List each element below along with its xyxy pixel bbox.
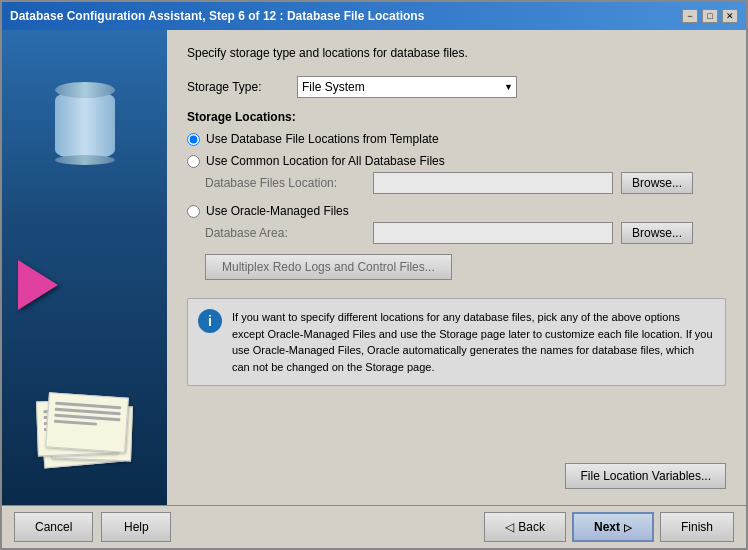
storage-locations-section: Storage Locations: Use Database File Loc… (187, 110, 726, 280)
finish-button[interactable]: Finish (660, 512, 734, 542)
db-files-location-label: Database Files Location: (205, 176, 365, 190)
db-files-location-input[interactable] (373, 172, 613, 194)
main-window: Database Configuration Assistant, Step 6… (0, 0, 748, 550)
back-label: Back (518, 520, 545, 534)
radio-common-label[interactable]: Use Common Location for All Database Fil… (206, 154, 445, 168)
db-area-input[interactable] (373, 222, 613, 244)
storage-type-select-wrapper: File System (297, 76, 517, 98)
maximize-button[interactable]: □ (702, 9, 718, 23)
radio-group-2: Use Common Location for All Database Fil… (187, 154, 726, 194)
storage-type-row: Storage Type: File System (187, 76, 726, 98)
window-title: Database Configuration Assistant, Step 6… (10, 9, 424, 23)
cancel-button[interactable]: Cancel (14, 512, 93, 542)
back-arrow-icon: ◁ (505, 520, 514, 534)
btn-group-right: ◁ Back Next ▷ Finish (484, 512, 734, 542)
left-panel (2, 30, 167, 505)
multiplex-button[interactable]: Multiplex Redo Logs and Control Files... (205, 254, 452, 280)
radio-group-3: Use Oracle-Managed Files Database Area: … (187, 204, 726, 244)
radio-oracle-managed-label[interactable]: Use Oracle-Managed Files (206, 204, 349, 218)
bottom-bar: Cancel Help ◁ Back Next ▷ Finish (2, 505, 746, 548)
database-cylinder-icon (55, 90, 115, 160)
db-files-location-row: Database Files Location: Browse... (205, 172, 726, 194)
next-button[interactable]: Next ▷ (572, 512, 654, 542)
close-button[interactable]: ✕ (722, 9, 738, 23)
db-area-label: Database Area: (205, 226, 365, 240)
radio-common[interactable] (187, 155, 200, 168)
btn-group-left: Cancel Help (14, 512, 171, 542)
doc-icon-4 (45, 392, 129, 452)
radio-oracle-managed[interactable] (187, 205, 200, 218)
radio-row-2: Use Common Location for All Database Fil… (187, 154, 726, 168)
browse-button-2[interactable]: Browse... (621, 222, 693, 244)
storage-type-select[interactable]: File System (297, 76, 517, 98)
radio-template-label[interactable]: Use Database File Locations from Templat… (206, 132, 439, 146)
browse-button-1[interactable]: Browse... (621, 172, 693, 194)
info-box: i If you want to specify different locat… (187, 298, 726, 386)
title-bar: Database Configuration Assistant, Step 6… (2, 2, 746, 30)
next-arrow-icon: ▷ (624, 522, 632, 533)
storage-type-label: Storage Type: (187, 80, 287, 94)
storage-locations-label: Storage Locations: (187, 110, 726, 124)
description-text: Specify storage type and locations for d… (187, 46, 726, 60)
next-label: Next (594, 520, 620, 534)
decorative-image (2, 30, 167, 505)
file-loc-btn-row: File Location Variables... (187, 463, 726, 489)
help-button[interactable]: Help (101, 512, 171, 542)
file-location-variables-button[interactable]: File Location Variables... (565, 463, 726, 489)
info-text: If you want to specify different locatio… (232, 309, 715, 375)
right-panel: Specify storage type and locations for d… (167, 30, 746, 505)
minimize-button[interactable]: − (682, 9, 698, 23)
window-controls: − □ ✕ (682, 9, 738, 23)
radio-template[interactable] (187, 133, 200, 146)
multiplex-btn-row: Multiplex Redo Logs and Control Files... (187, 254, 726, 280)
bottom-section: File Location Variables... (187, 463, 726, 489)
radio-row-1: Use Database File Locations from Templat… (187, 132, 726, 146)
radio-group: Use Database File Locations from Templat… (187, 132, 726, 244)
back-button[interactable]: ◁ Back (484, 512, 566, 542)
info-icon: i (198, 309, 222, 333)
content-area: Specify storage type and locations for d… (2, 30, 746, 505)
arrow-icon (18, 260, 58, 310)
db-area-row: Database Area: Browse... (205, 222, 726, 244)
radio-row-3: Use Oracle-Managed Files (187, 204, 726, 218)
